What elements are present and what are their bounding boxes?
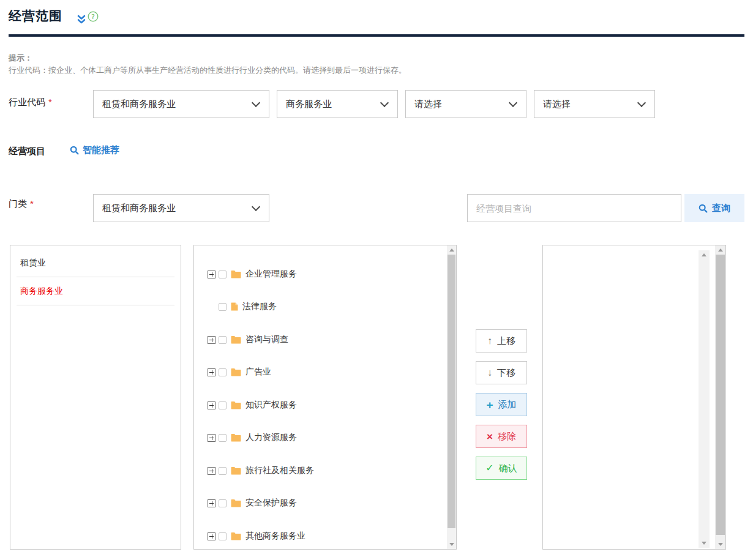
scroll-down-icon[interactable] [702, 542, 706, 545]
add-button[interactable]: + 添加 [476, 393, 527, 416]
chevron-down-icon [252, 203, 260, 211]
tree-node-label[interactable]: 广告业 [245, 367, 271, 378]
folder-icon [231, 401, 241, 409]
expand-plus-icon[interactable] [208, 401, 215, 409]
tip-label: 提示： [9, 53, 32, 64]
checkbox[interactable] [219, 271, 227, 278]
tree-node: 安全保护服务 [208, 497, 297, 509]
move-down-button[interactable]: ↓ 下移 [476, 361, 527, 384]
checkbox[interactable] [219, 336, 227, 344]
scrollbar-thumb[interactable] [448, 255, 455, 528]
remove-button[interactable]: × 移除 [476, 425, 527, 448]
expand-plus-icon[interactable] [208, 336, 215, 344]
scroll-down-icon[interactable] [449, 543, 454, 546]
help-icon[interactable]: ? [88, 11, 99, 24]
tree-node-label[interactable]: 人力资源服务 [245, 432, 297, 443]
file-icon [231, 302, 238, 311]
confirm-label: 确认 [499, 463, 517, 474]
folder-icon [231, 532, 241, 540]
expand-plus-icon[interactable] [208, 532, 215, 540]
page-title: 经营范围 [9, 7, 62, 24]
search-icon [699, 204, 708, 213]
search-button-label: 查询 [712, 203, 730, 214]
arrow-down-icon: ↓ [487, 368, 492, 378]
plus-icon: + [486, 399, 493, 411]
selected-list-scrollbar[interactable] [699, 250, 710, 548]
checkbox[interactable] [219, 368, 227, 376]
move-up-button[interactable]: ↑ 上移 [476, 329, 527, 353]
checkbox[interactable] [219, 532, 227, 540]
selected-panel-scrollbar[interactable] [715, 245, 725, 549]
search-button[interactable]: 查询 [684, 194, 744, 222]
tree-node-label[interactable]: 咨询与调查 [245, 334, 288, 345]
expand-plus-icon[interactable] [208, 467, 215, 475]
chevron-down-icon [509, 99, 517, 107]
expand-plus-icon[interactable] [208, 368, 215, 376]
cross-icon: × [487, 431, 493, 442]
folder-icon [231, 368, 241, 376]
checkbox[interactable] [219, 303, 227, 311]
category-list-panel: 租赁业 商务服务业 [10, 245, 181, 550]
tree-node: 知识产权服务 [208, 399, 297, 411]
tree-panel: 企业管理服务 法律服务 咨询与调查 广告业 知识产权服务 [193, 245, 457, 550]
category-item[interactable]: 租赁业 [17, 249, 174, 277]
select-value: 租赁和商务服务业 [102, 203, 176, 214]
tree-panel-scrollbar[interactable] [447, 245, 456, 549]
checkbox[interactable] [219, 401, 227, 409]
expand-plus-icon[interactable] [208, 434, 215, 442]
folder-icon [231, 466, 241, 475]
chevron-down-icon [380, 99, 389, 107]
tree-node-label[interactable]: 法律服务 [242, 301, 277, 312]
tree-node-label[interactable]: 旅行社及相关服务 [245, 465, 314, 476]
double-chevron-down-icon[interactable] [77, 15, 86, 27]
check-icon: ✓ [485, 463, 493, 473]
expand-plus-icon[interactable] [208, 271, 215, 278]
select-value: 请选择 [414, 99, 442, 110]
tree-node: 法律服务 [219, 301, 277, 313]
category-select[interactable]: 租赁和商务服务业 [93, 194, 269, 222]
arrow-up-icon: ↑ [487, 336, 492, 346]
tree-node: 广告业 [208, 366, 271, 378]
business-scope-page: { "page": { "title": "经营范围" }, "tip": { … [0, 0, 753, 560]
scroll-up-icon[interactable] [702, 253, 706, 256]
industry-code-label: 行业代码* [9, 97, 52, 108]
category-label: 门类* [9, 198, 34, 210]
select-value: 请选择 [543, 99, 571, 110]
folder-icon [231, 270, 241, 278]
industry-code-select-level3[interactable]: 请选择 [405, 90, 526, 118]
expand-plus-icon[interactable] [208, 499, 215, 507]
search-icon [70, 146, 79, 155]
confirm-button[interactable]: ✓ 确认 [476, 457, 527, 480]
folder-icon [231, 335, 241, 344]
scroll-up-icon[interactable] [718, 248, 723, 252]
category-item-selected[interactable]: 商务服务业 [17, 277, 174, 305]
scrollbar-thumb[interactable] [716, 255, 725, 535]
checkbox[interactable] [219, 499, 227, 507]
industry-code-select-level2[interactable]: 商务服务业 [277, 90, 398, 118]
category-label-text: 门类 [9, 198, 27, 209]
industry-code-label-text: 行业代码 [9, 97, 45, 107]
required-asterisk: * [48, 97, 52, 107]
industry-code-select-level1[interactable]: 租赁和商务服务业 [93, 90, 269, 118]
chevron-down-icon [637, 99, 646, 107]
checkbox[interactable] [219, 467, 227, 475]
business-items-label: 经营项目 [9, 146, 45, 157]
smart-recommend-label: 智能推荐 [83, 144, 119, 156]
scroll-up-icon[interactable] [449, 248, 454, 252]
folder-icon [231, 433, 241, 442]
move-up-label: 上移 [497, 335, 515, 347]
tree-node-label[interactable]: 知识产权服务 [245, 400, 297, 411]
tree-node: 其他商务服务业 [208, 530, 305, 542]
select-value: 商务服务业 [286, 99, 332, 110]
smart-recommend-link[interactable]: 智能推荐 [70, 144, 119, 156]
remove-label: 移除 [498, 431, 516, 442]
tree-node-label[interactable]: 其他商务服务业 [245, 531, 305, 542]
scroll-down-icon[interactable] [718, 543, 723, 546]
industry-code-select-level4[interactable]: 请选择 [534, 90, 655, 118]
selected-items-panel [542, 245, 726, 550]
business-item-search-input[interactable] [467, 194, 681, 222]
tree-node-label[interactable]: 企业管理服务 [245, 269, 297, 280]
chevron-down-icon [252, 99, 260, 107]
tree-node-label[interactable]: 安全保护服务 [245, 498, 297, 509]
checkbox[interactable] [219, 434, 227, 442]
